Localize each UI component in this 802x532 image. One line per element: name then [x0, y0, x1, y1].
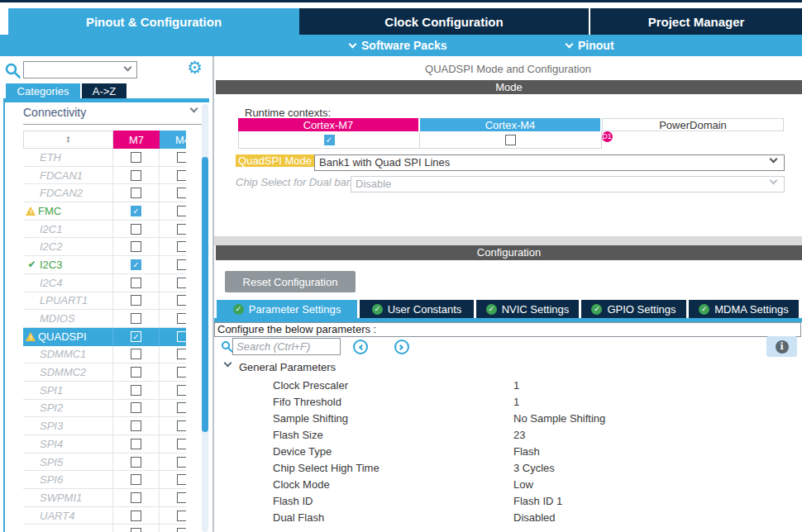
- m4-checkbox[interactable]: ✓: [177, 349, 186, 359]
- m4-checkbox[interactable]: ✓: [177, 259, 186, 270]
- m7-checkbox[interactable]: ✓: [131, 474, 141, 485]
- m4-checkbox[interactable]: ✓: [177, 241, 186, 252]
- m4-checkbox[interactable]: ✓: [177, 367, 186, 378]
- m4-checkbox[interactable]: ✓: [177, 278, 186, 288]
- peripheral-row[interactable]: !FMC✓✓: [23, 202, 186, 221]
- gear-icon[interactable]: ⚙: [187, 58, 203, 78]
- m4-checkbox[interactable]: ✓: [177, 188, 186, 198]
- peripheral-row[interactable]: SPI2✓✓: [23, 400, 186, 418]
- m4-checkbox[interactable]: ✓: [177, 331, 186, 342]
- tab-pinout-configuration[interactable]: Pinout & Configuration: [8, 8, 299, 35]
- peripheral-row[interactable]: ✓✓: [23, 525, 186, 532]
- peripheral-row[interactable]: FDCAN1✓✓: [23, 167, 186, 185]
- m4-checkbox[interactable]: ✓: [177, 528, 186, 532]
- peripheral-row[interactable]: LPUART1✓✓: [23, 292, 186, 311]
- peripheral-row[interactable]: ETH✓✓: [23, 149, 186, 167]
- column-header-m4[interactable]: M4: [160, 131, 186, 149]
- peripheral-row[interactable]: ✔I2C3✓✓: [23, 256, 186, 274]
- peripheral-row[interactable]: SDMMC1✓✓: [23, 346, 186, 364]
- m4-checkbox[interactable]: ✓: [177, 457, 186, 468]
- m7-checkbox[interactable]: ✓: [131, 295, 141, 306]
- search-next-button[interactable]: [394, 340, 409, 354]
- m7-checkbox[interactable]: ✓: [131, 331, 141, 342]
- parameter-row[interactable]: Fifo Threshold1: [214, 393, 802, 410]
- peripheral-row[interactable]: FDCAN2✓✓: [23, 184, 186, 202]
- parameter-group-label[interactable]: General Parameters: [239, 361, 336, 373]
- parameter-search-input[interactable]: [232, 338, 341, 355]
- m4-checkbox[interactable]: ✓: [177, 402, 186, 413]
- parameter-row[interactable]: Chip Select High Time3 Cycles: [214, 459, 802, 476]
- config-tab-nvic-settings[interactable]: ✓NVIC Settings: [476, 300, 579, 318]
- search-prev-button[interactable]: [353, 340, 368, 354]
- sidebar-tab-a-to-z[interactable]: A->Z: [82, 83, 127, 98]
- peripheral-row[interactable]: I2C2✓✓: [23, 238, 186, 256]
- m4-checkbox[interactable]: ✓: [177, 170, 186, 181]
- m7-checkbox[interactable]: ✓: [131, 152, 141, 163]
- quadspi-mode-select[interactable]: Bank1 with Quad SPI Lines: [314, 154, 785, 171]
- m7-checkbox[interactable]: ✓: [131, 224, 141, 235]
- m4-checkbox[interactable]: ✓: [177, 295, 186, 306]
- sidebar-tab-categories[interactable]: Categories: [6, 83, 80, 98]
- m4-checkbox[interactable]: ✓: [177, 385, 186, 396]
- config-tab-gpio-settings[interactable]: ✓GPIO Settings: [581, 300, 686, 318]
- m4-checkbox[interactable]: ✓: [177, 474, 186, 485]
- peripheral-row[interactable]: SPI5✓✓: [23, 454, 186, 472]
- parameter-row[interactable]: Dual FlashDisabled: [214, 509, 802, 525]
- m4-checkbox[interactable]: ✓: [177, 224, 186, 235]
- subnav-pinout[interactable]: Pinout: [566, 35, 614, 56]
- m7-checkbox[interactable]: ✓: [131, 206, 141, 216]
- tab-project-manager[interactable]: Project Manager: [589, 8, 802, 35]
- m7-checkbox[interactable]: ✓: [131, 511, 141, 521]
- config-tab-mdma-settings[interactable]: ✓MDMA Settings: [689, 300, 799, 318]
- m7-checkbox[interactable]: ✓: [131, 402, 141, 413]
- m7-checkbox[interactable]: ✓: [131, 188, 141, 198]
- config-tab-parameter-settings[interactable]: ✓Parameter Settings: [217, 300, 357, 318]
- info-button[interactable]: i: [766, 336, 797, 357]
- peripheral-row[interactable]: SPI3✓✓: [23, 417, 186, 435]
- parameter-row[interactable]: Sample ShiftingNo Sample Shifting: [214, 410, 802, 426]
- m7-checkbox[interactable]: ✓: [131, 241, 141, 252]
- parameter-row[interactable]: Flash IDFlash ID 1: [214, 492, 802, 509]
- m4-checkbox[interactable]: ✓: [177, 420, 186, 431]
- peripheral-row[interactable]: SPI1✓✓: [23, 382, 186, 400]
- m4-checkbox[interactable]: ✓: [177, 492, 186, 503]
- m7-checkbox[interactable]: ✓: [131, 528, 141, 532]
- section-splitter[interactable]: [214, 236, 802, 245]
- context-checkbox[interactable]: ✓: [324, 135, 335, 145]
- config-tab-user-constants[interactable]: ✓User Constants: [360, 300, 474, 318]
- peripheral-row[interactable]: SPI6✓✓: [23, 471, 186, 489]
- parameter-row[interactable]: Flash Size23: [214, 426, 802, 443]
- sort-header[interactable]: ▲▼: [23, 131, 113, 149]
- m7-checkbox[interactable]: ✓: [131, 313, 141, 324]
- parameter-row[interactable]: Clock Prescaler1: [214, 377, 802, 393]
- subnav-software-packs[interactable]: Software Packs: [350, 35, 447, 56]
- m7-checkbox[interactable]: ✓: [131, 420, 141, 431]
- m7-checkbox[interactable]: ✓: [131, 457, 141, 468]
- m4-checkbox[interactable]: ✓: [177, 439, 186, 449]
- context-checkbox[interactable]: ✓: [505, 135, 516, 145]
- m7-checkbox[interactable]: ✓: [131, 385, 141, 396]
- tab-clock-configuration[interactable]: Clock Configuration: [299, 8, 589, 35]
- peripheral-row[interactable]: UART4✓✓: [23, 507, 186, 525]
- m4-checkbox[interactable]: ✓: [177, 511, 186, 521]
- peripheral-row[interactable]: SDMMC2✓✓: [23, 363, 186, 382]
- parameter-row[interactable]: Device TypeFlash: [214, 443, 802, 459]
- column-header-m7[interactable]: M7: [113, 131, 160, 149]
- peripheral-row[interactable]: SWPMI1✓✓: [23, 489, 186, 507]
- reset-configuration-button[interactable]: Reset Configuration: [225, 271, 356, 292]
- m7-checkbox[interactable]: ✓: [131, 259, 141, 270]
- peripheral-search-combobox[interactable]: [23, 61, 137, 78]
- peripheral-row[interactable]: SPI4✓✓: [23, 435, 186, 454]
- m4-checkbox[interactable]: ✓: [177, 313, 186, 324]
- peripheral-row[interactable]: !QUADSPI✓✓: [23, 328, 186, 346]
- m7-checkbox[interactable]: ✓: [131, 170, 141, 181]
- category-connectivity[interactable]: Connectivity: [23, 106, 86, 119]
- m7-checkbox[interactable]: ✓: [131, 278, 141, 288]
- peripheral-row[interactable]: I2C4✓✓: [23, 274, 186, 292]
- sidebar-scrollbar-thumb[interactable]: [202, 157, 208, 432]
- peripheral-row[interactable]: MDIOS✓✓: [23, 310, 186, 328]
- m7-checkbox[interactable]: ✓: [131, 349, 141, 359]
- m7-checkbox[interactable]: ✓: [131, 367, 141, 378]
- chevron-down-icon[interactable]: [224, 359, 232, 368]
- m7-checkbox[interactable]: ✓: [131, 439, 141, 449]
